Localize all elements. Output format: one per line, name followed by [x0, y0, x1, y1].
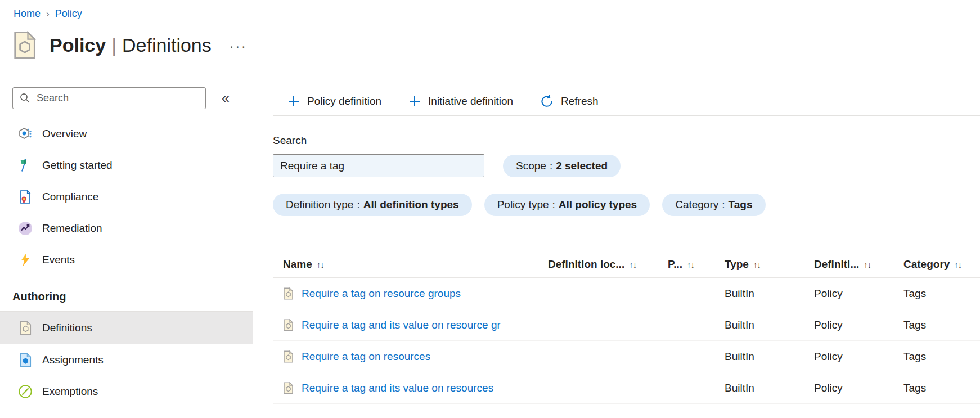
column-label: Type [725, 258, 749, 271]
column-header-type[interactable]: Type ↑↓ [725, 258, 814, 271]
filter-pill-definition-type[interactable]: Definition type : All definition types [273, 194, 472, 216]
search-icon [19, 92, 30, 104]
table-row: Require a tag on resource groups BuiltIn… [273, 278, 980, 309]
page-title-secondary: Definitions [122, 34, 212, 56]
assignment-icon [18, 353, 33, 367]
filter-pill-category[interactable]: Category : Tags [662, 194, 765, 216]
remediation-icon [18, 221, 33, 236]
column-header-name[interactable]: Name ↑↓ [283, 258, 548, 271]
category-cell: Tags [903, 350, 980, 363]
policy-definition-icon [283, 319, 294, 331]
filter-pill-policy-type[interactable]: Policy type : All policy types [484, 194, 650, 216]
name-cell: Require a tag on resources [283, 350, 548, 363]
sidebar-item-compliance[interactable]: Compliance [0, 181, 253, 213]
pill-separator: : [722, 199, 725, 211]
sidebar-item-definitions[interactable]: Definitions [0, 311, 253, 344]
collapse-sidebar-icon[interactable]: « [222, 91, 230, 105]
sidebar-nav: Overview Getting started [0, 118, 253, 276]
pill-value: Tags [729, 199, 753, 211]
content-pane: Policy definition Initiative definition … [253, 87, 980, 404]
exemption-icon [18, 384, 33, 399]
refresh-icon [540, 95, 554, 108]
column-header-definition-type[interactable]: Definiti... ↑↓ [814, 258, 903, 271]
sidebar-search-input[interactable] [12, 87, 206, 109]
definitions-table: Name ↑↓ Definition loc... ↑↓ P... ↑↓ Typ… [273, 251, 980, 404]
sidebar-item-getting-started[interactable]: Getting started [0, 150, 253, 181]
policy-definition-icon [283, 382, 294, 394]
policy-definition-icon [283, 287, 294, 300]
definition-link[interactable]: Require a tag and its value on resource … [302, 319, 501, 331]
sidebar-item-label: Exemptions [42, 385, 98, 398]
sort-icon: ↑↓ [753, 259, 761, 269]
toolbar: Policy definition Initiative definition … [273, 87, 980, 115]
pill-separator: : [550, 160, 552, 172]
definition-link[interactable]: Require a tag on resource groups [302, 287, 461, 300]
sidebar-item-label: Events [42, 254, 75, 266]
sidebar-item-events[interactable]: Events [0, 244, 253, 276]
column-header-category[interactable]: Category ↑↓ [903, 258, 980, 271]
initiative-definition-button[interactable]: Initiative definition [408, 95, 513, 107]
table-header-row: Name ↑↓ Definition loc... ↑↓ P... ↑↓ Typ… [273, 251, 980, 278]
pill-separator: : [552, 199, 555, 211]
sort-icon: ↑↓ [954, 259, 961, 269]
sidebar-item-label: Definitions [42, 322, 92, 334]
pill-value: All policy types [559, 199, 637, 211]
events-icon [18, 253, 33, 267]
sidebar: « Overview [0, 87, 253, 407]
toolbar-button-label: Policy definition [307, 95, 381, 107]
column-header-policies[interactable]: P... ↑↓ [668, 258, 725, 271]
page-header: Policy|Definitions ··· [12, 29, 980, 61]
sidebar-item-label: Remediation [42, 222, 102, 235]
pill-label: Category [675, 199, 718, 211]
sidebar-item-label: Compliance [42, 191, 98, 203]
pill-separator: : [357, 199, 359, 211]
type-cell: BuiltIn [725, 382, 814, 394]
refresh-button[interactable]: Refresh [540, 95, 599, 108]
sort-icon: ↑↓ [687, 259, 694, 269]
pill-label: Policy type [497, 199, 549, 211]
sidebar-item-exemptions[interactable]: Exemptions [0, 376, 253, 407]
sidebar-item-remediation[interactable]: Remediation [0, 213, 253, 244]
policy-definition-icon [18, 321, 33, 335]
column-label: P... [668, 258, 682, 271]
breadcrumb-home-link[interactable]: Home [14, 8, 41, 20]
pill-label: Scope [516, 160, 546, 172]
sidebar-item-label: Overview [42, 128, 87, 140]
plus-icon [408, 95, 421, 107]
sidebar-item-label: Assignments [42, 354, 104, 366]
column-label: Definiti... [814, 258, 859, 271]
column-label: Name [283, 258, 312, 271]
column-label: Definition loc... [548, 258, 624, 271]
column-header-definition-location[interactable]: Definition loc... ↑↓ [548, 258, 668, 271]
sidebar-item-label: Getting started [42, 159, 113, 172]
plus-icon [287, 95, 300, 107]
type-cell: BuiltIn [725, 350, 814, 363]
sidebar-authoring-nav: Definitions Assignments [0, 311, 253, 407]
table-row: Require a tag and its value on resources… [273, 372, 980, 404]
name-cell: Require a tag and its value on resources [283, 382, 548, 394]
pill-label: Definition type [286, 199, 353, 211]
toolbar-button-label: Initiative definition [428, 95, 513, 107]
sidebar-section-authoring: Authoring [0, 290, 253, 303]
definition-search-input[interactable] [273, 154, 484, 177]
overview-icon [18, 127, 33, 141]
page-title: Policy|Definitions [50, 34, 212, 56]
sidebar-item-overview[interactable]: Overview [0, 118, 253, 150]
definition-link[interactable]: Require a tag on resources [302, 350, 430, 363]
policy-definition-icon [283, 350, 294, 363]
sort-icon: ↑↓ [629, 259, 636, 269]
filter-pill-scope[interactable]: Scope : 2 selected [503, 155, 621, 177]
policy-definition-button[interactable]: Policy definition [287, 95, 381, 107]
definition-link[interactable]: Require a tag and its value on resources [302, 382, 493, 394]
getting-started-icon [18, 158, 33, 173]
type-cell: BuiltIn [725, 319, 814, 331]
page-title-primary: Policy [50, 34, 106, 56]
definition-type-cell: Policy [814, 287, 903, 300]
name-cell: Require a tag and its value on resource … [283, 319, 548, 331]
compliance-icon [18, 190, 33, 204]
breadcrumb-chevron-icon: › [46, 8, 50, 20]
more-options-icon[interactable]: ··· [230, 37, 248, 54]
search-label: Search [273, 134, 980, 147]
sidebar-item-assignments[interactable]: Assignments [0, 344, 253, 376]
breadcrumb-policy-link[interactable]: Policy [55, 8, 82, 20]
